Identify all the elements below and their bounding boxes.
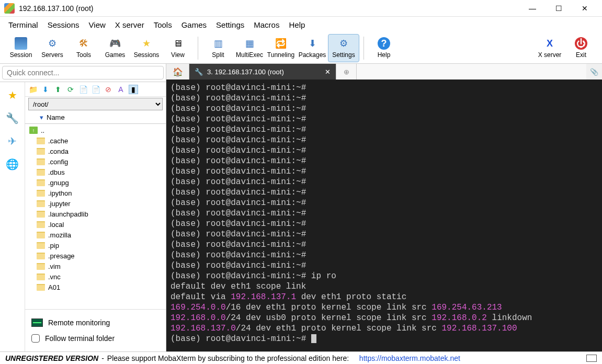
toolbar-games[interactable]: 🎮Games — [99, 34, 131, 62]
left-panel: ★ 🔧 ✈ 🌐 📁 ⬇ ⬆ ⟳ 📄 📄 ⊘ A ▮ — [0, 64, 166, 351]
sftp-folder-item[interactable]: .launchpadlib — [27, 209, 164, 219]
tab-add[interactable]: ⊕ — [336, 64, 357, 79]
sftp-newfolder-icon[interactable]: 📄 — [78, 85, 88, 94]
status-link[interactable]: https://mobaxterm.mobatek.net — [359, 354, 460, 362]
toolbar-help[interactable]: ?Help — [368, 34, 400, 62]
monitor-icon — [31, 318, 43, 327]
folder-icon — [37, 253, 45, 259]
statusbar: UNREGISTERED VERSION - Please support Mo… — [0, 351, 602, 364]
sidetab-tools[interactable]: 🔧 — [5, 110, 20, 126]
status-box-icon[interactable] — [586, 355, 597, 362]
folder-icon — [37, 242, 45, 249]
sftp-updir[interactable]: ↑ .. — [27, 125, 164, 135]
folder-icon — [37, 158, 45, 165]
tools-icon: 🛠 — [77, 37, 90, 50]
folder-icon — [37, 138, 45, 144]
sftp-column-name[interactable]: ▾ Name — [25, 111, 166, 124]
sftp-refresh-icon[interactable]: ⟳ — [66, 85, 75, 94]
folder-icon — [37, 211, 45, 218]
quick-connect-input[interactable] — [2, 66, 164, 79]
folder-icon — [37, 274, 45, 280]
paperclip-icon[interactable]: 📎 — [586, 64, 602, 79]
sidetab-sftp[interactable]: 🌐 — [5, 156, 20, 172]
sftp-folder-item[interactable]: .mozilla — [27, 230, 164, 240]
toolbar-split[interactable]: ▥Split — [202, 34, 234, 62]
sftp-folder-item[interactable]: .cache — [27, 135, 164, 146]
menu-help[interactable]: Help — [289, 20, 305, 29]
download-icon: ⬇ — [306, 37, 319, 50]
toolbar-settings[interactable]: ⚙Settings — [328, 34, 359, 62]
menu-xserver[interactable]: X server — [115, 20, 144, 29]
sidetab-favorites[interactable]: ★ — [5, 87, 20, 103]
sftp-upload-icon[interactable]: ⬆ — [53, 85, 63, 94]
sftp-folder-item[interactable]: A01 — [27, 282, 164, 292]
servers-icon: ⚙ — [46, 37, 59, 50]
toolbar-view[interactable]: 🖥View — [162, 34, 194, 62]
sftp-folder-item[interactable]: .local — [27, 219, 164, 230]
multiexec-icon: ▦ — [243, 37, 256, 50]
toolbar: Session ⚙Servers 🛠Tools 🎮Games ★Sessions… — [0, 32, 602, 64]
menu-macros[interactable]: Macros — [254, 20, 279, 29]
remote-monitoring-button[interactable]: Remote monitoring — [31, 315, 160, 331]
sftp-path-select[interactable]: /root/ — [28, 98, 163, 110]
menu-games[interactable]: Games — [181, 20, 207, 29]
folder-icon — [37, 179, 45, 186]
close-button[interactable]: ✕ — [577, 4, 593, 13]
tab-terminal[interactable]: 🔧 3. 192.168.137.100 (root) ✕ — [189, 64, 336, 79]
menu-settings[interactable]: Settings — [216, 20, 244, 29]
main-area: 🏠 🔧 3. 192.168.137.100 (root) ✕ ⊕ 📎 (bas… — [166, 64, 602, 351]
sftp-folder-item[interactable]: .presage — [27, 251, 164, 261]
menu-view[interactable]: View — [89, 20, 106, 29]
sftp-folder-item[interactable]: .ipython — [27, 188, 164, 198]
terminal-icon: 🔧 — [195, 68, 203, 76]
view-icon: 🖥 — [172, 37, 184, 50]
toolbar-exit[interactable]: ⏻Exit — [565, 34, 597, 62]
sftp-folder-item[interactable]: .vim — [27, 261, 164, 271]
sftp-folder-item[interactable]: .conda — [27, 146, 164, 156]
sftp-download-icon[interactable]: ⬇ — [41, 85, 50, 94]
tunnel-icon: 🔁 — [275, 37, 287, 50]
menu-tools[interactable]: Tools — [154, 20, 172, 29]
menubar: Terminal Sessions View X server Tools Ga… — [0, 17, 602, 32]
sftp-folder-item[interactable]: .config — [27, 156, 164, 167]
sftp-folder-item[interactable]: .pip — [27, 240, 164, 251]
folder-icon — [37, 169, 45, 176]
toolbar-xserver[interactable]: XX server — [534, 34, 565, 62]
up-arrow-icon: ↑ — [29, 127, 38, 134]
toolbar-packages[interactable]: ⬇Packages — [297, 34, 328, 62]
menu-sessions[interactable]: Sessions — [48, 20, 79, 29]
split-icon: ▥ — [212, 37, 224, 50]
toolbar-servers[interactable]: ⚙Servers — [37, 34, 68, 62]
maximize-button[interactable]: ☐ — [551, 4, 566, 13]
help-icon: ? — [378, 37, 390, 50]
tab-home[interactable]: 🏠 — [166, 64, 189, 79]
gamepad-icon: 🎮 — [109, 37, 121, 50]
star-icon: ★ — [140, 37, 153, 50]
toolbar-tools[interactable]: 🛠Tools — [68, 34, 99, 62]
sftp-newfile-icon[interactable]: 📄 — [91, 85, 100, 94]
toolbar-session[interactable]: Session — [5, 34, 37, 62]
sftp-folder-item[interactable]: .gnupg — [27, 177, 164, 188]
sidetab-macros[interactable]: ✈ — [5, 133, 20, 149]
toolbar-sessions[interactable]: ★Sessions — [131, 34, 162, 62]
menu-terminal[interactable]: Terminal — [8, 20, 38, 29]
toolbar-multiexec[interactable]: ▦MultiExec — [234, 34, 265, 62]
toolbar-tunneling[interactable]: 🔁Tunneling — [265, 34, 297, 62]
sftp-edit-icon[interactable]: A — [116, 85, 126, 94]
sftp-folder-item[interactable]: .dbus — [27, 167, 164, 177]
sftp-props-icon[interactable]: ▮ — [129, 85, 138, 94]
monitor-icon — [15, 37, 27, 50]
minimize-button[interactable]: — — [525, 4, 540, 13]
sftp-delete-icon[interactable]: ⊘ — [104, 85, 113, 94]
folder-icon — [37, 200, 45, 207]
folder-icon — [37, 221, 45, 228]
tab-close-icon[interactable]: ✕ — [325, 68, 331, 76]
follow-terminal-checkbox[interactable]: Follow terminal folder — [31, 331, 160, 346]
sftp-file-list[interactable]: ↑ .. .cache .conda .con — [25, 124, 166, 309]
sftp-folder-item[interactable]: .vnc — [27, 271, 164, 282]
unregistered-label: UNREGISTERED VERSION — [5, 354, 98, 362]
sftp-parent-icon[interactable]: 📁 — [28, 85, 38, 94]
status-message: Please support MobaXterm by subscribing … — [107, 354, 349, 362]
terminal-output[interactable]: (base) root@davinci-mini:~#(base) root@d… — [166, 79, 602, 351]
sftp-folder-item[interactable]: .jupyter — [27, 198, 164, 209]
